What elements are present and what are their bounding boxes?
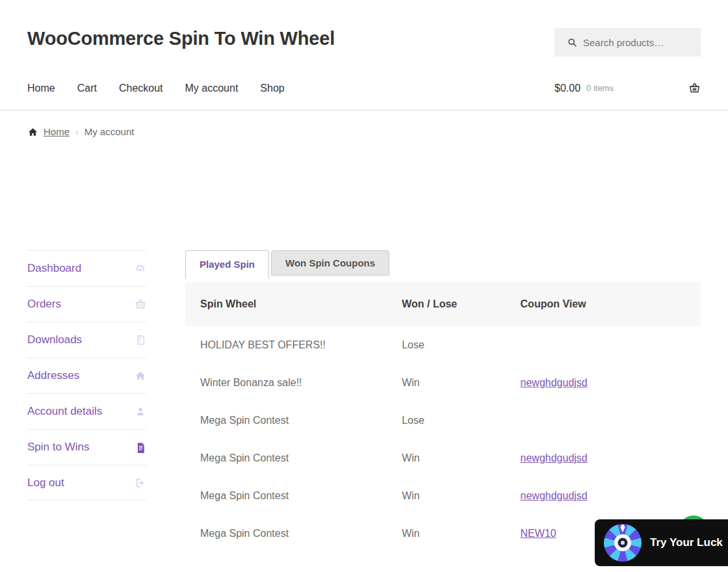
nav-item-shop[interactable]: Shop	[260, 83, 284, 94]
sidebar-item-addresses[interactable]: Addresses	[27, 358, 146, 393]
account-sidebar: Dashboard Orders	[27, 250, 146, 500]
nav-item-checkout[interactable]: Checkout	[119, 83, 163, 94]
search-input[interactable]	[583, 37, 693, 48]
nav-item-my-account[interactable]: My account	[185, 83, 239, 94]
tab-played-spin[interactable]: Played Spin	[185, 250, 269, 279]
col-header-spin-wheel: Spin Wheel	[185, 282, 391, 326]
basket-icon	[135, 298, 146, 310]
sidebar-link-orders[interactable]: Orders	[27, 298, 61, 311]
nav-item-cart[interactable]: Cart	[77, 83, 97, 94]
try-your-luck-label: Try Your Luck	[650, 536, 723, 549]
home-icon	[135, 370, 146, 382]
cell-coupon: newghdgudjsd	[510, 477, 701, 515]
cell-spin-wheel: Mega Spin Contest	[185, 477, 391, 515]
coupon-link[interactable]: newghdgudjsd	[521, 377, 588, 388]
home-icon	[27, 127, 38, 137]
col-header-coupon-view: Coupon View	[510, 282, 701, 326]
sign-out-icon	[135, 477, 146, 489]
user-icon	[135, 406, 146, 417]
cell-result: Win	[391, 477, 510, 515]
spin-tabs: Played Spin Won Spin Coupons	[185, 250, 701, 279]
sidebar-item-dashboard[interactable]: Dashboard	[27, 250, 146, 286]
cell-spin-wheel: Mega Spin Contest	[185, 515, 391, 552]
cell-spin-wheel: HOLIDAY BEST OFFERS!!	[185, 326, 391, 364]
file-text-icon	[135, 441, 146, 453]
product-search[interactable]	[554, 28, 701, 57]
cell-result: Lose	[391, 402, 510, 439]
sidebar-link-dashboard[interactable]: Dashboard	[27, 262, 81, 275]
cell-result: Win	[391, 515, 510, 552]
cell-result: Win	[391, 439, 510, 477]
breadcrumb-home-link[interactable]: Home	[44, 126, 70, 137]
search-icon	[567, 38, 583, 47]
cell-coupon: newghdgudjsd	[510, 364, 701, 402]
nav-item-home[interactable]: Home	[27, 83, 55, 94]
header-cart: $0.00 0 items	[554, 82, 701, 94]
table-row: HOLIDAY BEST OFFERS!! Lose	[185, 326, 701, 364]
sidebar-item-downloads[interactable]: Downloads	[27, 322, 146, 358]
coupon-link[interactable]: newghdgudjsd	[521, 452, 588, 463]
table-row: Winter Bonanza sale!! Win newghdgudjsd	[185, 364, 701, 402]
breadcrumb-separator: ›	[75, 127, 79, 137]
sidebar-link-spin-to-wins[interactable]: Spin to Wins	[27, 441, 89, 454]
tab-won-spin-coupons[interactable]: Won Spin Coupons	[271, 250, 389, 276]
cart-total[interactable]: $0.00	[554, 83, 580, 94]
cell-result: Win	[391, 364, 510, 402]
cell-coupon: newghdgudjsd	[510, 439, 701, 477]
sidebar-item-log-out[interactable]: Log out	[27, 465, 146, 500]
site-header: WooCommerce Spin To Win Wheel Home Cart …	[27, 0, 701, 110]
cell-spin-wheel: Mega Spin Contest	[185, 402, 391, 439]
table-header-row: Spin Wheel Won / Lose Coupon View	[185, 282, 701, 326]
sidebar-item-account-details[interactable]: Account details	[27, 393, 146, 429]
sidebar-link-log-out[interactable]: Log out	[27, 476, 64, 489]
breadcrumb-current: My account	[84, 126, 135, 137]
cell-spin-wheel: Winter Bonanza sale!!	[185, 364, 391, 402]
coupon-link[interactable]: newghdgudjsd	[521, 490, 588, 501]
spin-wheel-icon	[604, 524, 642, 562]
cell-coupon	[510, 326, 701, 364]
gauge-icon	[135, 263, 146, 274]
sidebar-item-orders[interactable]: Orders	[27, 286, 146, 322]
table-row: Mega Spin Contest Lose	[185, 402, 701, 439]
basket-icon[interactable]	[688, 82, 701, 94]
cell-coupon	[510, 402, 701, 439]
file-zip-icon	[135, 334, 146, 346]
sidebar-link-account-details[interactable]: Account details	[27, 405, 102, 418]
table-row: Mega Spin Contest Win newghdgudjsd	[185, 439, 701, 477]
cell-result: Lose	[391, 326, 510, 364]
table-row: Mega Spin Contest Win newghdgudjsd	[185, 477, 701, 515]
header-divider	[0, 110, 728, 110]
sidebar-item-spin-to-wins[interactable]: Spin to Wins	[27, 429, 146, 465]
col-header-won-lose: Won / Lose	[391, 282, 510, 326]
primary-nav: Home Cart Checkout My account Shop	[27, 83, 307, 94]
try-your-luck-widget[interactable]: Try Your Luck	[595, 519, 728, 566]
breadcrumb: Home › My account	[27, 126, 701, 137]
cart-items-count: 0 items	[586, 83, 614, 93]
sidebar-link-downloads[interactable]: Downloads	[27, 333, 82, 346]
sidebar-link-addresses[interactable]: Addresses	[27, 369, 79, 382]
account-content: Played Spin Won Spin Coupons Spin Wheel …	[185, 250, 701, 552]
cell-spin-wheel: Mega Spin Contest	[185, 439, 391, 477]
played-spin-table: Spin Wheel Won / Lose Coupon View HOLIDA…	[185, 282, 701, 552]
coupon-link[interactable]: NEW10	[521, 528, 556, 539]
